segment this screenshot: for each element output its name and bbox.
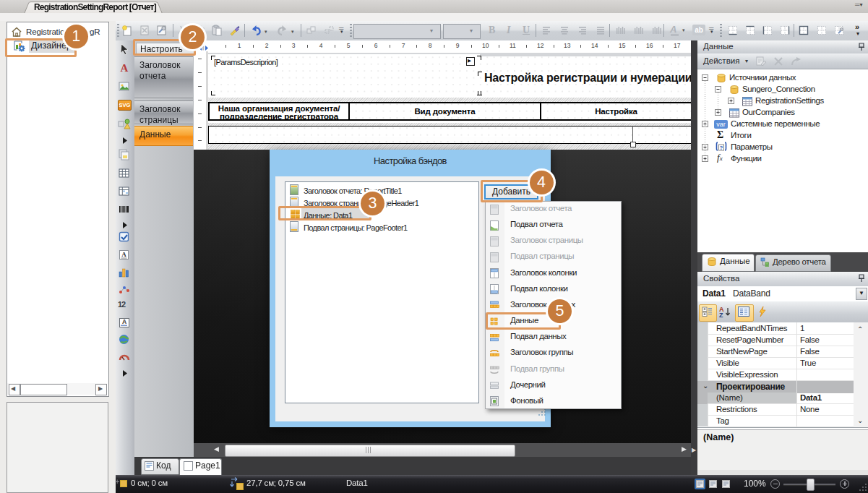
svg-text:Z: Z <box>719 312 723 318</box>
svg-text:A: A <box>122 318 126 325</box>
svg-text:?: ? <box>720 145 723 151</box>
svg-text:A: A <box>121 251 126 258</box>
